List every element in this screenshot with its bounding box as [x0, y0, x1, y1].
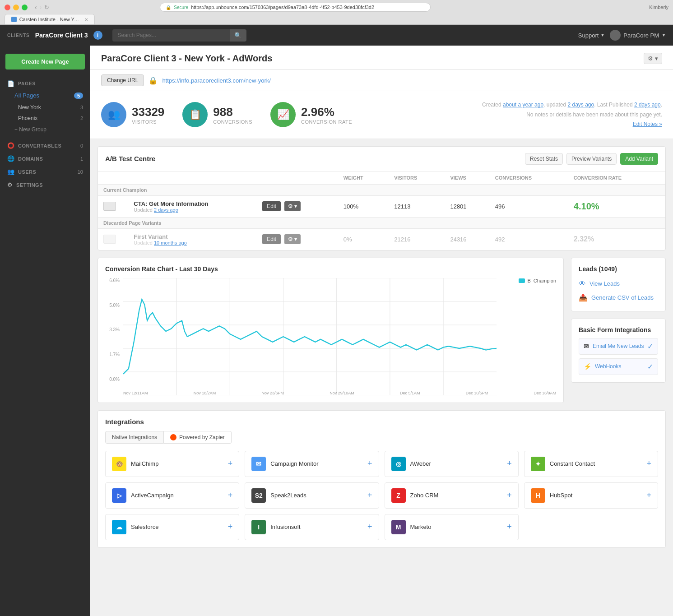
user-name: ParaCore PM [623, 32, 659, 39]
change-url-button[interactable]: Change URL [101, 74, 144, 86]
all-pages-badge: 5 [74, 93, 83, 99]
close-window-btn[interactable] [5, 5, 10, 10]
int-add-icon[interactable]: + [646, 491, 651, 500]
page-url-link[interactable]: https://info.paracoreclient3.com/new-yor… [162, 77, 271, 84]
zapier-tab[interactable]: Powered by Zapier [164, 431, 232, 444]
secure-icon: 🔒 [166, 5, 171, 10]
url-bar: Change URL 🔒 https://info.paracoreclient… [90, 70, 673, 91]
generate-csv-link[interactable]: 📥 Generate CSV of Leads [579, 292, 658, 304]
native-integrations-tab[interactable]: Native Integrations [105, 431, 164, 444]
view-leads-link[interactable]: 👁 View Leads [579, 278, 658, 290]
phoenix-label: Phoenix [18, 115, 80, 121]
champion-thumbnail [98, 195, 134, 217]
visitors-stat: 👥 33329 VISITORS [101, 102, 164, 127]
integration-card-marketo: M Marketo + [385, 514, 519, 540]
int-name: Campaign Monitor [270, 460, 318, 467]
champion-row: CTA: Get More Information Updated 2 days… [98, 195, 665, 217]
int-logo-hubspot: H [531, 488, 545, 503]
search-wrap: 🔍 [112, 29, 246, 42]
users-count: 10 [78, 169, 83, 175]
variant-settings-button[interactable]: ⚙ ▾ [284, 234, 301, 244]
tab-close-icon[interactable]: ✕ [84, 17, 88, 22]
add-variant-button[interactable]: Add Variant [620, 153, 658, 165]
int-logo-constant-contact: ✦ [531, 457, 545, 471]
sidebar: Create New Page 📄 PAGES All Pages 5 New … [0, 46, 90, 616]
conversion-rate-icon: 📈 [270, 102, 296, 127]
sidebar-item-users[interactable]: 👥 USERS 10 [0, 165, 90, 178]
search-input[interactable] [112, 29, 230, 42]
convertables-label: CONVERTABLES [18, 143, 80, 148]
new-group-btn[interactable]: + New Group [0, 124, 90, 135]
edit-notes-link[interactable]: Edit Notes » [633, 121, 662, 127]
champion-edit-button[interactable]: Edit [262, 201, 281, 211]
main-content: ParaCore Client 3 - New York - AdWords ⚙… [90, 46, 673, 616]
int-add-icon[interactable]: + [646, 459, 651, 468]
tab-favicon [11, 17, 17, 22]
user-chevron-icon: ▼ [662, 33, 666, 37]
reset-stats-button[interactable]: Reset Stats [525, 153, 563, 165]
browser-chrome: ‹ › ↻ 🔒 Secure https://app.unbounce.com/… [0, 0, 673, 25]
settings-icon: ⚙ [7, 181, 13, 188]
address-url[interactable]: https://app.unbounce.com/1570363/pages/d… [191, 5, 374, 10]
int-add-icon[interactable]: + [507, 522, 512, 532]
int-name: ActiveCampaign [131, 492, 174, 499]
sidebar-item-domains[interactable]: 🌐 DOMAINS 1 [0, 152, 90, 165]
conversion-rate-stat: 📈 2.96% CONVERSION RATE [270, 102, 352, 127]
sidebar-item-convertables[interactable]: ⭕ CONVERTABLES 0 [0, 139, 90, 152]
refresh-btn[interactable]: ↻ [44, 4, 49, 11]
int-add-icon[interactable]: + [507, 459, 512, 468]
sidebar-sub-newyork[interactable]: New York 3 [0, 102, 90, 113]
chart-svg [123, 278, 497, 395]
view-leads-icon: 👁 [579, 280, 586, 288]
sidebar-sub-phoenix[interactable]: Phoenix 2 [0, 113, 90, 124]
sidebar-item-all-pages[interactable]: All Pages 5 [0, 89, 90, 102]
create-page-button[interactable]: Create New Page [5, 54, 85, 69]
user-menu[interactable]: ParaCore PM ▼ [610, 30, 666, 41]
zapier-icon [170, 434, 176, 440]
variant-conversions: 492 [490, 228, 568, 250]
generate-csv-icon: 📥 [579, 293, 588, 302]
int-name: MailChimp [131, 460, 158, 467]
int-logo-speak2leads: S2 [251, 488, 266, 503]
int-add-icon[interactable]: + [367, 491, 372, 500]
maximize-window-btn[interactable] [22, 5, 28, 10]
support-btn[interactable]: Support ▼ [578, 32, 604, 39]
back-btn[interactable]: ‹ [35, 4, 37, 11]
all-pages-label: All Pages [14, 92, 74, 99]
ab-test-title: A/B Test Centre [105, 155, 155, 162]
client-name[interactable]: ParaCore Client 3 [35, 32, 88, 39]
domains-count: 1 [80, 156, 83, 162]
integration-card-activecampaign: ▷ ActiveCampaign + [105, 482, 239, 509]
email-leads-item[interactable]: ✉ Email Me New Leads ✓ [579, 338, 658, 355]
int-add-icon[interactable]: + [367, 459, 372, 468]
preview-variants-button[interactable]: Preview Variants [566, 153, 617, 165]
search-button[interactable]: 🔍 [230, 29, 246, 42]
page-header: ParaCore Client 3 - New York - AdWords ⚙… [90, 46, 673, 70]
champion-updated: Updated 2 days ago [134, 207, 257, 213]
int-add-icon[interactable]: + [367, 522, 372, 532]
browser-tab-active[interactable]: Carsten Institute - New York ✕ [5, 14, 95, 24]
int-add-icon[interactable]: + [228, 522, 233, 532]
webhooks-item[interactable]: ⚡ WebHooks ✓ [579, 358, 658, 375]
int-name: Speak2Leads [270, 492, 306, 499]
meta-created-text: Created about a year ago, updated 2 days… [482, 100, 662, 110]
int-add-icon[interactable]: + [228, 459, 233, 468]
champion-name: CTA: Get More Information [134, 200, 257, 207]
ab-test-section: A/B Test Centre Reset Stats Preview Vari… [97, 146, 666, 250]
top-nav: CLIENTS ParaCore Client 3 i 🔍 Support ▼ … [0, 25, 673, 46]
settings-gear-btn[interactable]: ⚙ ▾ [644, 53, 662, 64]
forward-btn[interactable]: › [40, 4, 42, 11]
sidebar-item-settings[interactable]: ⚙ SETTINGS [0, 178, 90, 191]
new-york-count: 3 [80, 105, 83, 110]
current-champion-divider: Current Champion [98, 184, 665, 195]
variant-edit-button[interactable]: Edit [262, 234, 281, 244]
champion-weight: 100% [338, 195, 389, 217]
integration-card-infusionsoft: I Infusionsoft + [245, 514, 379, 540]
client-info-icon[interactable]: i [93, 31, 102, 40]
generate-csv-label: Generate CSV of Leads [591, 294, 654, 301]
champion-settings-button[interactable]: ⚙ ▾ [284, 201, 301, 211]
int-add-icon[interactable]: + [228, 491, 233, 500]
int-add-icon[interactable]: + [507, 491, 512, 500]
minimize-window-btn[interactable] [13, 5, 19, 10]
kimberly-label: Kimberly [649, 5, 668, 10]
